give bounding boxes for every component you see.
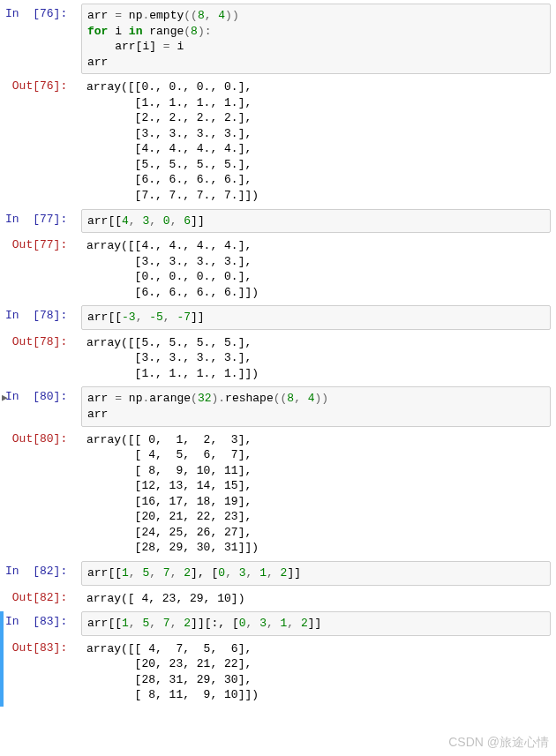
active-cell-indicator <box>0 611 4 707</box>
output-cell: Out[76]: array([[0., 0., 0., 0.], [1., 1… <box>0 76 556 206</box>
input-cell: In [76]: arr = np.empty((8, 4)) for i in… <box>0 4 556 74</box>
notebook-cell-active: In [83]: arr[[1, 5, 7, 2]][:, [0, 3, 1, … <box>0 611 556 707</box>
input-cell: In [82]: arr[[1, 5, 7, 2], [0, 3, 1, 2]] <box>0 561 556 586</box>
code-output: array([[ 4, 7, 5, 6], [20, 23, 21, 22], … <box>81 638 556 707</box>
input-cell: In [77]: arr[[4, 3, 0, 6]] <box>0 209 556 234</box>
code-input[interactable]: arr[[4, 3, 0, 6]] <box>81 209 551 234</box>
code-output: array([[0., 0., 0., 0.], [1., 1., 1., 1.… <box>81 76 556 206</box>
notebook-cell: In [77]: arr[[4, 3, 0, 6]] Out[77]: arra… <box>0 209 556 304</box>
code-input[interactable]: arr[[-3, -5, -7]] <box>81 305 551 330</box>
output-cell: Out[83]: array([[ 4, 7, 5, 6], [20, 23, … <box>0 638 556 707</box>
notebook-cell: In [78]: arr[[-3, -5, -7]] Out[78]: arra… <box>0 305 556 385</box>
code-output: array([[5., 5., 5., 5.], [3., 3., 3., 3.… <box>81 332 556 385</box>
code-input[interactable]: arr = np.empty((8, 4)) for i in range(8)… <box>81 4 551 74</box>
out-prompt: Out[83]: <box>0 638 81 707</box>
output-cell: Out[78]: array([[5., 5., 5., 5.], [3., 3… <box>0 332 556 385</box>
code-output: array([[4., 4., 4., 4.], [3., 3., 3., 3.… <box>81 235 556 303</box>
in-prompt: In [78]: <box>0 305 81 330</box>
code-input[interactable]: arr[[1, 5, 7, 2]][:, [0, 3, 1, 2]] <box>81 611 551 636</box>
output-cell: Out[80]: array([[ 0, 1, 2, 3], [ 4, 5, 6… <box>0 429 556 559</box>
notebook-cell: ▶ In [80]: arr = np.arange(32).reshape((… <box>0 386 556 558</box>
out-prompt: Out[76]: <box>0 76 81 206</box>
output-cell: Out[82]: array([ 4, 23, 29, 10]) <box>0 588 556 610</box>
notebook-cell: In [76]: arr = np.empty((8, 4)) for i in… <box>0 4 556 207</box>
in-prompt: In [80]: <box>0 386 81 426</box>
notebook-cell: In [82]: arr[[1, 5, 7, 2], [0, 3, 1, 2]]… <box>0 561 556 610</box>
in-prompt: In [82]: <box>0 561 81 586</box>
in-prompt: In [83]: <box>0 611 81 636</box>
out-prompt: Out[82]: <box>0 588 81 610</box>
code-output: array([[ 0, 1, 2, 3], [ 4, 5, 6, 7], [ 8… <box>81 429 556 559</box>
output-cell: Out[77]: array([[4., 4., 4., 4.], [3., 3… <box>0 235 556 303</box>
run-indicator-icon: ▶ <box>2 392 8 403</box>
input-cell: In [78]: arr[[-3, -5, -7]] <box>0 305 556 330</box>
input-cell: In [83]: arr[[1, 5, 7, 2]][:, [0, 3, 1, … <box>0 611 556 636</box>
out-prompt: Out[77]: <box>0 235 81 303</box>
out-prompt: Out[80]: <box>0 429 81 559</box>
out-prompt: Out[78]: <box>0 332 81 385</box>
in-prompt: In [77]: <box>0 209 81 234</box>
code-input[interactable]: arr[[1, 5, 7, 2], [0, 3, 1, 2]] <box>81 561 551 586</box>
code-output: array([ 4, 23, 29, 10]) <box>81 588 556 610</box>
input-cell: In [80]: arr = np.arange(32).reshape((8,… <box>0 386 556 426</box>
in-prompt: In [76]: <box>0 4 81 74</box>
code-input[interactable]: arr = np.arange(32).reshape((8, 4)) arr <box>81 386 551 426</box>
